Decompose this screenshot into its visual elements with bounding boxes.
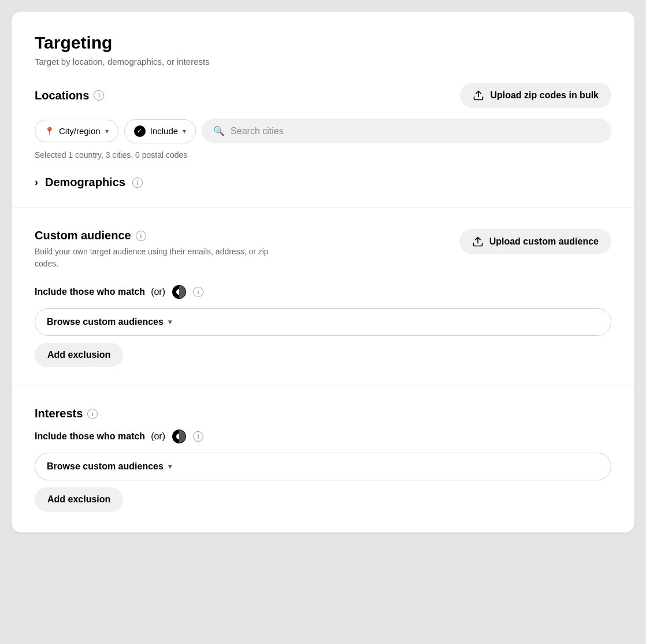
page-title: Targeting	[35, 32, 611, 53]
custom-add-exclusion-label: Add exclusion	[47, 350, 110, 360]
demographics-title: Demographics	[45, 176, 125, 189]
custom-audience-section: Custom audience i Build your own target …	[12, 208, 634, 386]
include-dropdown[interactable]: ✓ Include ▾	[124, 119, 196, 143]
expand-icon: ›	[35, 176, 38, 188]
pin-icon: 📍	[44, 127, 54, 136]
interests-include-match-row: Include those who match (or) i	[35, 428, 611, 445]
custom-add-exclusion-button[interactable]: Add exclusion	[35, 343, 123, 367]
custom-include-match-row: Include those who match (or) i	[35, 284, 611, 300]
upload-custom-label: Upload custom audience	[489, 236, 599, 247]
locations-title-row: Locations i	[35, 89, 104, 102]
custom-audience-info-icon[interactable]: i	[136, 231, 146, 241]
targeting-card: Targeting Target by location, demographi…	[12, 12, 634, 532]
demographics-info-icon[interactable]: i	[132, 177, 143, 188]
interests-or-text: (or)	[151, 431, 165, 442]
custom-include-match-text: Include those who match	[35, 287, 145, 297]
locations-info-icon[interactable]: i	[94, 90, 104, 101]
upload-zip-label: Upload zip codes in bulk	[490, 90, 599, 101]
interests-title: Interests	[35, 407, 83, 420]
interests-half-circle-icon	[171, 428, 187, 445]
page-subtitle: Target by location, demographics, or int…	[35, 57, 611, 66]
include-label: Include	[150, 126, 178, 136]
interests-title-row: Interests i	[35, 407, 611, 420]
custom-include-info-icon[interactable]: i	[193, 287, 203, 297]
interests-info-icon[interactable]: i	[87, 409, 98, 419]
location-controls: 📍 City/region ▾ ✓ Include ▾ 🔍 Search cit…	[35, 119, 611, 143]
interests-browse-button[interactable]: Browse custom audiences ▾	[35, 453, 611, 480]
chevron-down-icon: ▾	[105, 127, 109, 135]
custom-browse-chevron-icon: ▾	[168, 318, 172, 326]
custom-audience-title-group: Custom audience i Build your own target …	[35, 229, 277, 270]
demographics-row[interactable]: › Demographics i	[35, 176, 611, 189]
search-cities-placeholder: Search cities	[231, 126, 284, 136]
upload-icon	[473, 90, 484, 101]
check-icon: ✓	[134, 125, 146, 137]
custom-audience-header: Custom audience i Build your own target …	[35, 229, 611, 270]
custom-browse-button[interactable]: Browse custom audiences ▾	[35, 308, 611, 336]
interests-include-match-text: Include those who match	[35, 431, 145, 442]
city-region-dropdown[interactable]: 📍 City/region ▾	[35, 120, 118, 142]
search-icon: 🔍	[213, 125, 225, 136]
custom-audience-title: Custom audience i	[35, 229, 277, 242]
interests-add-exclusion-label: Add exclusion	[47, 494, 110, 505]
locations-title: Locations	[35, 89, 89, 102]
city-region-label: City/region	[59, 126, 101, 136]
include-chevron-icon: ▾	[183, 127, 186, 135]
search-cities-input[interactable]: 🔍 Search cities	[202, 119, 611, 143]
targeting-section: Targeting Target by location, demographi…	[12, 12, 634, 208]
interests-add-exclusion-button[interactable]: Add exclusion	[35, 487, 123, 512]
upload-custom-icon	[472, 236, 484, 247]
interests-include-info-icon[interactable]: i	[193, 431, 203, 442]
locations-header: Locations i Upload zip codes in bulk	[35, 83, 611, 108]
half-circle-icon	[171, 284, 187, 300]
interests-section: Interests i Include those who match (or)…	[12, 386, 634, 532]
upload-zip-button[interactable]: Upload zip codes in bulk	[460, 83, 611, 108]
upload-custom-audience-button[interactable]: Upload custom audience	[459, 229, 611, 254]
interests-browse-label: Browse custom audiences	[47, 461, 164, 472]
custom-audience-desc: Build your own target audience using the…	[35, 246, 277, 270]
location-summary: Selected 1 country, 3 cities, 0 postal c…	[35, 150, 611, 160]
custom-browse-label: Browse custom audiences	[47, 317, 164, 327]
custom-or-text: (or)	[151, 287, 165, 297]
interests-browse-chevron-icon: ▾	[168, 462, 172, 471]
